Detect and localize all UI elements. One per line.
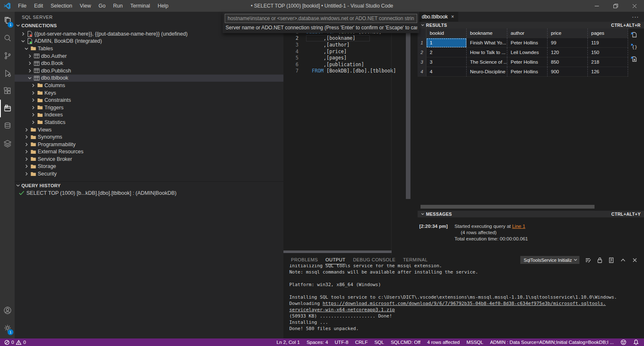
status-item-4-rows-affected[interactable]: 4 rows affected	[427, 340, 460, 345]
save-csv-icon[interactable]	[630, 31, 637, 38]
tree-item-dbo-auther[interactable]: dbo.Auther	[15, 52, 283, 60]
tree-item-security[interactable]: Security	[15, 170, 283, 178]
tree-item-storage[interactable]: Storage	[15, 163, 283, 170]
column-header-bookid[interactable]: bookid	[426, 28, 467, 38]
tree-item-dbo-tblbook[interactable]: dbo.tblbook	[15, 75, 283, 82]
grid-cell[interactable]: Finish What Yo...	[467, 38, 507, 48]
column-header-pages[interactable]: pages	[588, 28, 628, 38]
menu-item-selection[interactable]: Selection	[47, 0, 76, 12]
messages-pane-header[interactable]: MESSAGES CTRL+ALT+Y	[418, 211, 644, 217]
feedback-icon[interactable]	[621, 339, 626, 345]
menu-item-run[interactable]: Run	[109, 0, 127, 12]
tree-item-programmability[interactable]: Programmability	[15, 141, 283, 148]
row-number[interactable]: 4	[418, 67, 426, 77]
grid-cell[interactable]: 126	[588, 67, 628, 77]
column-header-author[interactable]: author	[507, 28, 548, 38]
save-json-icon[interactable]: {}	[630, 43, 637, 50]
tree-item-triggers[interactable]: Triggers	[15, 104, 283, 111]
column-header-price[interactable]: price	[548, 28, 588, 38]
save-excel-icon[interactable]	[630, 55, 637, 62]
menu-item-edit[interactable]: Edit	[30, 0, 47, 12]
tree-item-statistics[interactable]: Statistics	[15, 119, 283, 126]
activity-item-settings[interactable]: 1	[0, 319, 15, 337]
close-icon[interactable]: ×	[451, 14, 454, 20]
tree-item-columns[interactable]: Columns	[15, 82, 283, 89]
clear-output-icon[interactable]	[584, 257, 591, 263]
query-history-header[interactable]: QUERY HISTORY	[15, 182, 283, 189]
status-item-crlf[interactable]: CRLF	[355, 340, 368, 345]
grid-cell[interactable]: Peter Hollins	[507, 57, 548, 67]
close-panel-icon[interactable]	[631, 257, 638, 263]
grid-cell[interactable]: 150	[588, 48, 628, 57]
tree-item-constraints[interactable]: Constraints	[15, 96, 283, 104]
line-1-link[interactable]: Line 1	[512, 224, 525, 229]
server-name-input[interactable]	[225, 14, 417, 23]
activity-item-search[interactable]	[0, 29, 15, 47]
restore-button[interactable]	[606, 0, 625, 12]
editor-vertical-scrollbar[interactable]	[406, 29, 410, 199]
tab-dbo-tblbook[interactable]: dbo.tblbook ×	[418, 12, 458, 22]
activity-item-run-debug[interactable]	[0, 65, 15, 82]
tree-item-service-broker[interactable]: Service Broker	[15, 155, 283, 163]
column-header-bookname[interactable]: bookname	[467, 28, 507, 38]
output-link[interactable]: https://download.microsoft.com/download/…	[322, 301, 606, 306]
status-item-ln-2-col-1[interactable]: Ln 2, Col 1	[277, 340, 300, 345]
grid-cell[interactable]: 119	[588, 38, 628, 48]
panel-tab-problems[interactable]: PROBLEMS	[291, 256, 318, 264]
activity-item-extensions[interactable]	[0, 82, 15, 100]
panel-tab-output[interactable]: OUTPUT	[325, 256, 345, 264]
grid-cell[interactable]: 2	[426, 48, 467, 57]
activity-item-explorer[interactable]: 1	[0, 12, 15, 29]
grid-cell[interactable]: Peter Hollins	[507, 67, 548, 77]
menu-item-view[interactable]: View	[76, 0, 95, 12]
bell-icon[interactable]	[633, 339, 639, 345]
activity-item-layers[interactable]	[0, 135, 15, 152]
code-area[interactable]: 1SELECT TOP (1000) [bookid]2 ,[bookname]…	[283, 28, 396, 74]
status-item-sqlcmd-off[interactable]: SQLCMD: Off	[391, 340, 421, 345]
output-log[interactable]: Initializing SQL tools service for the m…	[289, 263, 638, 332]
tree-item-synonyms[interactable]: Synonyms	[15, 133, 283, 141]
status-item-admin-data-source-admin-[interactable]: ADMIN : Data Source=ADMIN;Initial Catalo…	[490, 340, 614, 345]
grid-cell[interactable]: How to Talk to ...	[467, 48, 507, 57]
grid-cell[interactable]: 900	[548, 67, 588, 77]
tree-item-dbo-publicsh[interactable]: dbo.Publicsh	[15, 67, 283, 75]
status-item-mssql[interactable]: MSSQL	[466, 340, 483, 345]
grid-cell[interactable]: The Science of ...	[467, 57, 507, 67]
tree-item-dbo-book[interactable]: dbo.Book	[15, 59, 283, 67]
menu-item-go[interactable]: Go	[95, 0, 109, 12]
results-pane-header[interactable]: RESULTS CTRL+ALT+R	[418, 22, 644, 28]
activity-item-account[interactable]	[0, 302, 15, 319]
tree-item-external-resources[interactable]: External Resources	[15, 148, 283, 156]
menu-item-help[interactable]: Help	[154, 0, 172, 12]
tree-item-tables[interactable]: Tables	[15, 45, 283, 52]
sql-editor[interactable]: 1SELECT TOP (1000) [bookid]2 ,[bookname]…	[283, 12, 418, 256]
grid-cell[interactable]: Neuro-Discipline	[467, 67, 507, 77]
status-item-utf-8[interactable]: UTF-8	[335, 340, 348, 345]
row-number[interactable]: 3	[418, 57, 426, 67]
tree-item-keys[interactable]: Keys	[15, 89, 283, 97]
status-error[interactable]: 0	[4, 340, 14, 345]
status-item-sql[interactable]: SQL	[374, 340, 384, 345]
tree-item-indexes[interactable]: Indexes	[15, 111, 283, 119]
minimize-button[interactable]	[587, 0, 606, 12]
grid-cell[interactable]: 850	[548, 57, 588, 67]
maximize-panel-icon[interactable]	[620, 257, 626, 263]
grid-cell[interactable]: 99	[548, 38, 588, 48]
row-number[interactable]: 1	[418, 38, 426, 48]
grid-cell[interactable]: Leil Lowndes	[507, 48, 548, 57]
tree-item-admin-bookdb-integrated[interactable]: ADMIN, BookDB (Integrated)	[15, 38, 283, 45]
status-warning[interactable]: 0	[16, 340, 26, 345]
grid-cell[interactable]: 120	[548, 48, 588, 57]
editor-horizontal-scrollbar[interactable]	[283, 250, 392, 253]
menu-item-terminal[interactable]: Terminal	[127, 0, 154, 12]
output-channel-dropdown[interactable]: SqlToolsService Initializ	[520, 256, 579, 264]
activity-item-source-control[interactable]	[0, 47, 15, 65]
activity-item-database[interactable]	[0, 117, 15, 135]
menu-item-file[interactable]: File	[14, 0, 30, 12]
more-actions-icon[interactable]: ···	[632, 13, 644, 20]
grid-cell[interactable]: 1	[426, 38, 467, 48]
output-link[interactable]: servicelayer-win-x64-netcoreapp3.1.zip	[289, 307, 395, 312]
grid-cell[interactable]: Peter Hollins	[507, 38, 548, 48]
panel-tab-terminal[interactable]: TERMINAL	[403, 256, 428, 264]
row-number[interactable]: 2	[418, 48, 426, 57]
